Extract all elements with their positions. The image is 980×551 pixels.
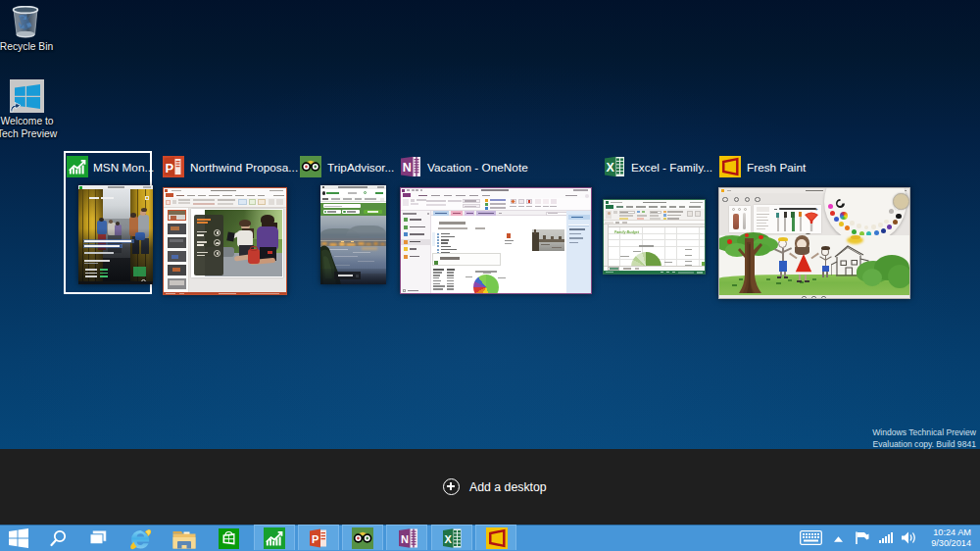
svg-text:P: P: [166, 161, 174, 175]
svg-text:X: X: [606, 161, 614, 175]
svg-text:P: P: [312, 533, 318, 545]
svg-text:N: N: [401, 533, 409, 545]
svg-text:X: X: [445, 533, 453, 545]
svg-text:N: N: [403, 161, 412, 175]
